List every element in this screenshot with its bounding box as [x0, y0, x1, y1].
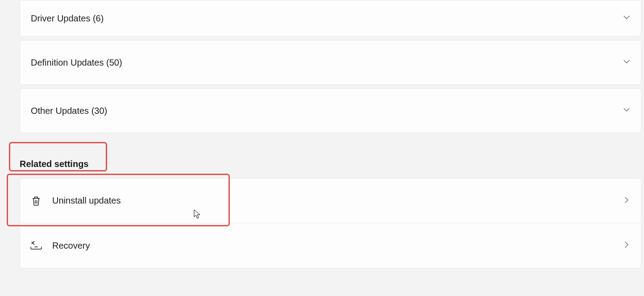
- update-category-other[interactable]: Other Updates (30): [20, 88, 641, 133]
- settings-item-label: Uninstall updates: [52, 196, 623, 206]
- category-label: Driver Updates (6): [31, 13, 104, 24]
- chevron-right-icon: [623, 241, 630, 250]
- recovery-icon: [25, 240, 47, 251]
- chevron-right-icon: [623, 196, 630, 205]
- trash-icon: [25, 195, 47, 207]
- related-settings-list: Uninstall updates Recovery: [20, 178, 641, 268]
- chevron-down-icon: [623, 58, 630, 67]
- category-label: Definition Updates (50): [31, 58, 122, 68]
- update-category-definition[interactable]: Definition Updates (50): [20, 40, 641, 85]
- chevron-down-icon: [623, 14, 630, 23]
- related-settings-heading: Related settings: [20, 159, 641, 169]
- category-label: Other Updates (30): [31, 106, 107, 116]
- uninstall-updates-item[interactable]: Uninstall updates: [20, 179, 641, 223]
- chevron-down-icon: [623, 106, 630, 115]
- recovery-item[interactable]: Recovery: [20, 223, 641, 268]
- update-category-driver[interactable]: Driver Updates (6): [20, 0, 641, 37]
- settings-item-label: Recovery: [52, 241, 623, 251]
